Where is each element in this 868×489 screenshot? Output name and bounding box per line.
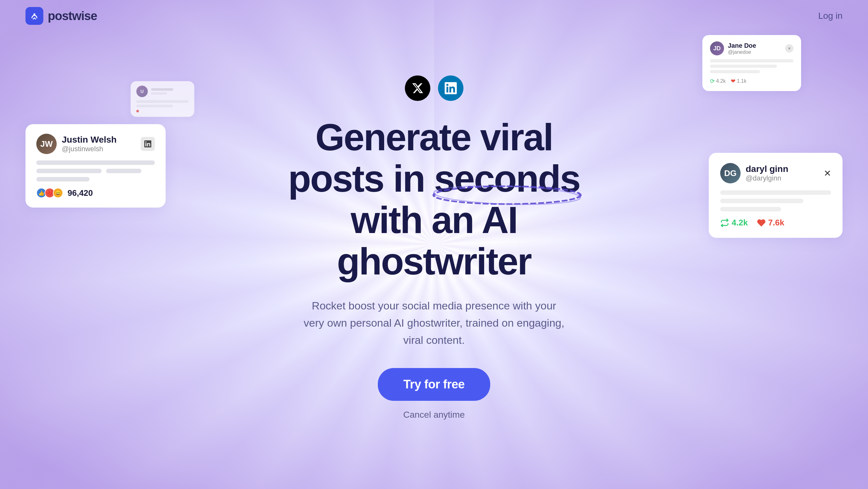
hero-subtext: Rocket boost your social media presence … — [304, 297, 565, 349]
ghost-content-line — [136, 105, 173, 107]
card-justin-welsh: JW Justin Welsh @justinwelsh 👍 ❤️ 😄 96,4… — [26, 124, 166, 207]
ghost-content-line — [136, 100, 189, 103]
content-line — [720, 199, 803, 203]
card-jane-doe: JD Jane Doe @janedoe × ⟳ 4.2k ❤ 1.1k — [702, 35, 801, 91]
ghost-card-left: U — [131, 81, 194, 117]
linkedin-badge — [141, 137, 155, 151]
daryl-name: daryl ginn — [746, 164, 788, 174]
highlight-seconds: seconds — [434, 158, 580, 200]
daryl-stats: 4.2k 7.6k — [720, 218, 831, 228]
cancel-text: Cancel anytime — [403, 410, 465, 420]
content-line — [720, 207, 781, 211]
content-line — [720, 190, 831, 195]
jane-user-info: Jane Doe @janedoe — [728, 42, 756, 55]
content-line-row — [36, 169, 155, 173]
ghost-line — [151, 92, 167, 95]
card-header: JW Justin Welsh @justinwelsh — [36, 134, 155, 154]
card-user: JW Justin Welsh @justinwelsh — [36, 134, 117, 154]
avatar-daryl: DG — [720, 163, 741, 183]
close-button[interactable]: ✕ — [824, 168, 831, 178]
jane-content — [710, 59, 794, 73]
jane-header: JD Jane Doe @janedoe × — [710, 41, 794, 55]
jane-stat-1: ⟳ 4.2k — [710, 78, 725, 85]
ghost-avatar: U — [136, 86, 148, 97]
jane-name: Jane Doe — [728, 42, 756, 50]
twitter-platform-icon[interactable] — [405, 75, 430, 101]
ghost-dot — [136, 110, 139, 112]
avatar-jane: JD — [710, 41, 724, 55]
daryl-content — [720, 190, 831, 211]
logo[interactable]: postwise — [26, 7, 97, 25]
like-stat: 7.6k — [757, 218, 784, 228]
content-line — [710, 65, 777, 68]
hero-heading: Generate viral posts in seconds with an … — [288, 117, 580, 282]
card-daryl-ginn: DG daryl ginn @darylginn ✕ 4.2k 7.6k — [709, 153, 842, 238]
cta-button[interactable]: Try for free — [378, 368, 490, 401]
logo-text: postwise — [48, 9, 97, 23]
close-button[interactable]: × — [785, 44, 794, 53]
content-line — [36, 177, 90, 182]
logo-icon — [26, 7, 43, 25]
reaction-icons: 👍 ❤️ 😄 — [36, 188, 63, 198]
ghost-line — [151, 88, 173, 91]
jane-handle: @janedoe — [728, 50, 756, 55]
content-line — [106, 169, 142, 173]
content-line — [36, 160, 155, 165]
linkedin-platform-icon[interactable] — [438, 75, 463, 101]
jane-stats: ⟳ 4.2k ❤ 1.1k — [710, 78, 794, 85]
daryl-header: DG daryl ginn @darylginn ✕ — [720, 163, 831, 183]
jane-stat-2: ❤ 1.1k — [731, 78, 746, 85]
card-content-lines — [36, 160, 155, 182]
daryl-user-info: daryl ginn @darylginn — [746, 164, 788, 183]
login-link[interactable]: Log in — [818, 11, 842, 21]
reaction-icon-3: 😄 — [53, 188, 63, 198]
user-info-justin: Justin Welsh @justinwelsh — [62, 135, 117, 153]
daryl-handle: @darylginn — [746, 174, 788, 183]
svg-point-0 — [33, 13, 35, 15]
content-line — [36, 169, 102, 173]
platform-icons — [405, 75, 463, 101]
avatar-justin: JW — [36, 134, 57, 154]
content-line — [710, 59, 794, 62]
card-footer: 👍 ❤️ 😄 96,420 — [36, 188, 155, 198]
navbar: postwise Log in — [0, 0, 868, 32]
retweet-stat: 4.2k — [720, 218, 748, 228]
content-line — [710, 70, 760, 73]
follower-count: 96,420 — [67, 188, 93, 198]
